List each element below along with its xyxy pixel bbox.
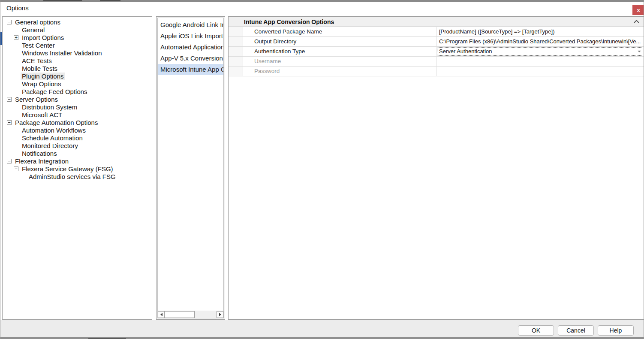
- background-window-blue-edge: [0, 32, 2, 45]
- property-label: Password: [243, 67, 436, 76]
- tree-expander-icon[interactable]: −: [7, 159, 12, 163]
- dialog-title: Options: [6, 4, 29, 12]
- tree-item[interactable]: Schedule Automation: [3, 134, 152, 142]
- property-row-gutter: [229, 67, 243, 76]
- tree-item-label: Flexera Integration: [14, 157, 70, 165]
- plugin-list: Google Android Link ImApple iOS Link Imp…: [158, 18, 223, 75]
- tree-item[interactable]: General: [3, 26, 152, 33]
- tree-expander-icon[interactable]: −: [7, 120, 12, 125]
- tree-item[interactable]: Mobile Tests: [3, 64, 152, 72]
- tree-item-label: Distribution System: [21, 103, 78, 111]
- plugin-list-item[interactable]: App-V 5.x Conversion P: [158, 53, 223, 64]
- tree-item-label: Flexera Service Gateway (FSG): [21, 165, 114, 173]
- property-label: Output Directory: [243, 37, 436, 46]
- property-row: Password: [229, 67, 644, 76]
- tree-item-label: Package Automation Options: [14, 119, 99, 126]
- tree-item[interactable]: Package Feed Options: [3, 88, 152, 95]
- tree-item-label: ACE Tests: [21, 57, 53, 64]
- tree-expander-icon[interactable]: −: [14, 166, 18, 171]
- tree-item-label: General: [21, 26, 46, 33]
- tree-item[interactable]: Plugin Options: [3, 72, 152, 80]
- tree-item-label: Mobile Tests: [21, 65, 59, 72]
- tree-item[interactable]: Test Center: [3, 41, 152, 49]
- tree-item-label: Package Feed Options: [21, 88, 89, 95]
- collapse-chevron-icon[interactable]: [634, 20, 639, 25]
- property-row: Converted Package Name [ProductName] ([S…: [229, 27, 644, 37]
- tree-item[interactable]: − Flexera Integration: [3, 157, 152, 165]
- property-rows: Converted Package Name [ProductName] ([S…: [229, 27, 644, 76]
- property-row-gutter: [229, 47, 243, 56]
- property-row: Output Directory C:\Program Files (x86)\…: [229, 37, 644, 47]
- property-grid-panel: Intune App Conversion Options Converted …: [228, 16, 644, 320]
- options-tree-panel: − General options General + Import Optio…: [2, 16, 152, 320]
- tree-item[interactable]: + Import Options: [3, 33, 152, 41]
- property-label: Username: [243, 57, 436, 66]
- dialog-button[interactable]: OK: [518, 325, 554, 336]
- tree-expander-icon[interactable]: −: [7, 97, 12, 102]
- dialog-button[interactable]: Help: [598, 325, 634, 336]
- property-value-text: Server Authentication: [439, 48, 492, 54]
- tree-item-label: Automation Workflows: [21, 127, 87, 134]
- close-button[interactable]: x: [632, 5, 644, 15]
- plugin-list-item[interactable]: Microsoft Intune App C: [158, 64, 223, 75]
- tree-expander-icon[interactable]: −: [7, 20, 12, 24]
- scrollbar-thumb[interactable]: [165, 311, 195, 318]
- background-edge-segment: [43, 0, 82, 1]
- tree-item-label: General options: [14, 18, 62, 26]
- tree-item-label: Import Options: [21, 34, 65, 41]
- tree-item[interactable]: − Flexera Service Gateway (FSG): [3, 165, 152, 173]
- dialog-button[interactable]: Cancel: [558, 325, 594, 336]
- property-label: Converted Package Name: [243, 27, 436, 36]
- property-label: Authentication Type: [243, 47, 436, 56]
- tree-item-label: Server Options: [14, 96, 59, 103]
- tree-item[interactable]: Windows Installer Validation: [3, 49, 152, 57]
- plugin-list-item[interactable]: Automated Application: [158, 42, 223, 53]
- tree-item[interactable]: Notifications: [3, 149, 152, 157]
- tree-item[interactable]: − General options: [3, 18, 152, 26]
- scroll-right-button[interactable]: [217, 311, 223, 318]
- property-value-field[interactable]: C:\Program Files (x86)\AdminStudio Share…: [436, 37, 644, 46]
- property-value-text: [ProductName] ([SourceType] => [TargetTy…: [439, 28, 555, 35]
- plugin-list-box: Google Android Link ImApple iOS Link Imp…: [157, 18, 224, 318]
- property-row: Authentication Type Server Authenticatio…: [229, 47, 644, 57]
- footer-buttons: OKCancelHelp: [518, 325, 634, 336]
- property-row: Username: [229, 57, 644, 67]
- tree-item[interactable]: Monitored Directory: [3, 142, 152, 149]
- tree-item[interactable]: ACE Tests: [3, 57, 152, 64]
- tree-item[interactable]: Automation Workflows: [3, 126, 152, 134]
- property-value-field[interactable]: Server Authentication: [436, 47, 644, 56]
- horizontal-scrollbar[interactable]: [158, 311, 223, 318]
- tree-item-label: Monitored Directory: [21, 142, 79, 149]
- background-window-bottom-edge: [0, 337, 644, 339]
- scroll-right-icon: [219, 313, 221, 316]
- options-dialog: Options x − General options General + Im…: [0, 0, 644, 339]
- property-group-header[interactable]: Intune App Conversion Options: [229, 17, 644, 27]
- scroll-left-icon: [160, 313, 163, 316]
- plugin-list-panel: Google Android Link ImApple iOS Link Imp…: [156, 16, 225, 320]
- scroll-left-button[interactable]: [158, 311, 165, 318]
- plugin-list-item[interactable]: Apple iOS Link Import P: [158, 30, 223, 42]
- property-value-field[interactable]: [436, 67, 644, 76]
- background-window-top-edge: [0, 0, 644, 2]
- tree-item-label: Schedule Automation: [21, 134, 84, 142]
- tree-item-label: Wrap Options: [21, 80, 62, 88]
- tree-item-label: Notifications: [21, 150, 58, 157]
- tree-item-label: Test Center: [21, 42, 56, 49]
- property-row-gutter: [229, 57, 243, 66]
- property-value-text: C:\Program Files (x86)\AdminStudio Share…: [439, 38, 641, 45]
- tree-item[interactable]: AdminStudio services via FSG: [3, 173, 152, 180]
- plugin-list-item[interactable]: Google Android Link Im: [158, 19, 223, 30]
- chevron-down-icon[interactable]: [638, 51, 641, 52]
- dialog-footer: OKCancelHelp: [0, 320, 644, 337]
- tree-item-label: Plugin Options: [21, 73, 65, 80]
- property-value-field[interactable]: [436, 57, 644, 66]
- tree-item[interactable]: Microsoft ACT: [3, 111, 152, 118]
- tree-item[interactable]: − Package Automation Options: [3, 118, 152, 126]
- property-value-field[interactable]: [ProductName] ([SourceType] => [TargetTy…: [436, 27, 644, 36]
- tree-item-label: AdminStudio services via FSG: [27, 173, 117, 180]
- tree-expander-icon[interactable]: +: [14, 35, 18, 40]
- tree-item[interactable]: Wrap Options: [3, 80, 152, 88]
- tree-item[interactable]: Distribution System: [3, 103, 152, 111]
- tree-item[interactable]: − Server Options: [3, 95, 152, 103]
- property-group-title: Intune App Conversion Options: [244, 18, 334, 25]
